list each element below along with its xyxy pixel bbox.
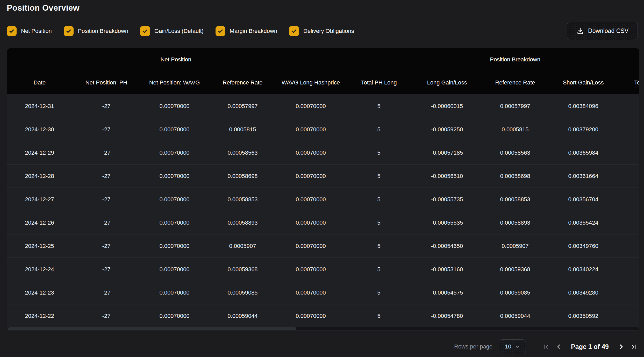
checkbox-margin-breakdown[interactable]: Margin Breakdown (216, 26, 277, 36)
value-cell: 0.00058853 (481, 188, 549, 211)
value-cell: 0.00058698 (481, 164, 549, 188)
check-icon (217, 28, 224, 34)
value-cell: 0.00070000 (140, 188, 209, 211)
value-cell: -27 (72, 118, 140, 141)
value-cell: 0.00070000 (140, 118, 209, 141)
value-cell: 0.00350592 (549, 304, 617, 327)
value-cell: 0.00059044 (209, 304, 277, 327)
value-cell: 0.00058853 (209, 188, 277, 211)
value-cell: 0.00058893 (209, 211, 277, 234)
checkbox-label: Gain/Loss (Default) (154, 28, 204, 34)
first-page-icon (543, 343, 550, 350)
value-cell: 0.00379200 (549, 118, 617, 141)
value-cell: 0.00058563 (481, 141, 549, 164)
date-cell: 2024-12-26 (7, 211, 72, 234)
page-nav-group: Page 1 of 49 (542, 343, 637, 351)
checked-checkbox-icon[interactable] (289, 26, 299, 36)
value-cell: 0.00070000 (140, 304, 209, 327)
value-cell: 0.00070000 (140, 94, 209, 118)
column-header-reference-rate-2: Reference Rate (481, 71, 549, 94)
value-cell: 5 (345, 304, 413, 327)
checkbox-label: Net Position (21, 28, 52, 34)
horizontal-scrollbar-thumb[interactable] (8, 327, 296, 330)
column-header-net-position-ph: Net Position: PH (72, 71, 140, 94)
value-cell: -27 (72, 234, 140, 258)
date-cell: 2024-12-30 (7, 118, 72, 141)
value-cell: 0.00058698 (209, 164, 277, 188)
value-cell: 0.00349760 (549, 234, 617, 258)
column-group-header-row: Net Position Position Breakdown (7, 48, 639, 71)
date-cell: 2024-12-29 (7, 141, 72, 164)
table-row: 2024-12-23-270.000700000.000590850.00070… (7, 281, 639, 304)
checked-checkbox-icon[interactable] (64, 26, 74, 36)
value-cell: -27 (72, 94, 140, 118)
column-header-truncated: To (617, 71, 639, 94)
value-cell: 5 (345, 258, 413, 281)
first-page-button[interactable] (542, 343, 550, 350)
value-cell: -0.00053160 (413, 258, 481, 281)
chevron-down-icon (515, 344, 520, 349)
table-row: 2024-12-22-270.000700000.000590440.00070… (7, 304, 639, 327)
value-cell: 0.00057997 (209, 94, 277, 118)
value-cell (617, 211, 639, 234)
checkbox-position-breakdown[interactable]: Position Breakdown (64, 26, 128, 36)
date-cell: 2024-12-28 (7, 164, 72, 188)
value-cell: 0.0005907 (209, 234, 277, 258)
page-title: Position Overview (7, 3, 80, 13)
table-row: 2024-12-25-270.000700000.00059070.000700… (7, 234, 639, 258)
checked-checkbox-icon[interactable] (216, 26, 225, 36)
value-cell: 5 (345, 281, 413, 304)
table-row: 2024-12-28-270.000700000.000586980.00070… (7, 164, 639, 188)
value-cell: 0.00059085 (209, 281, 277, 304)
column-header-net-position-wavg: Net Position: WAVG (140, 71, 209, 94)
previous-page-button[interactable] (555, 343, 562, 350)
position-table: Net Position Position Breakdown Date Net… (7, 48, 639, 327)
value-cell: 5 (345, 211, 413, 234)
value-cell: 0.00070000 (277, 234, 345, 258)
value-cell: 0.0005815 (481, 118, 549, 141)
value-cell: 0.00070000 (277, 141, 345, 164)
checked-checkbox-icon[interactable] (140, 26, 150, 36)
position-table-card: Net Position Position Breakdown Date Net… (7, 48, 639, 331)
value-cell: 5 (345, 164, 413, 188)
value-cell (617, 118, 639, 141)
value-cell: 0.00070000 (140, 234, 209, 258)
value-cell: 5 (345, 118, 413, 141)
download-csv-label: Download CSV (588, 27, 628, 34)
value-cell: 0.00059368 (209, 258, 277, 281)
horizontal-scrollbar-track[interactable] (8, 327, 639, 330)
value-cell: 0.00070000 (140, 211, 209, 234)
value-cell: 0.00059044 (481, 304, 549, 327)
checkbox-label: Margin Breakdown (230, 28, 277, 34)
value-cell: -27 (72, 258, 140, 281)
value-cell: -0.00059250 (413, 118, 481, 141)
rows-per-page-select[interactable]: 10 (499, 339, 526, 354)
rows-per-page-value: 10 (505, 343, 511, 350)
download-csv-button[interactable]: Download CSV (567, 22, 638, 40)
value-cell: 0.00070000 (140, 164, 209, 188)
column-header-total-ph-long: Total PH Long (345, 71, 413, 94)
check-icon (66, 28, 72, 34)
value-cell: 0.00070000 (140, 141, 209, 164)
value-cell: 0.00070000 (277, 258, 345, 281)
column-header-short-gain-loss: Short Gain/Loss (549, 71, 617, 94)
checked-checkbox-icon[interactable] (7, 26, 17, 36)
table-row: 2024-12-26-270.000700000.000588930.00070… (7, 211, 639, 234)
value-cell: 0.00059368 (481, 258, 549, 281)
value-cell: 0.00070000 (140, 281, 209, 304)
value-cell: 0.00070000 (277, 304, 345, 327)
value-cell: -0.00055735 (413, 188, 481, 211)
checkbox-label: Position Breakdown (78, 28, 128, 34)
last-page-button[interactable] (630, 343, 637, 350)
value-cell (617, 188, 639, 211)
checkbox-net-position[interactable]: Net Position (7, 26, 52, 36)
checkbox-delivery-obligations[interactable]: Delivery Obligations (289, 26, 354, 36)
value-cell: -0.00055535 (413, 211, 481, 234)
value-cell: 5 (345, 141, 413, 164)
checkbox-gain-loss-default[interactable]: Gain/Loss (Default) (140, 26, 204, 36)
next-page-button[interactable] (617, 343, 625, 350)
table-row: 2024-12-30-270.000700000.00058150.000700… (7, 118, 639, 141)
value-cell (617, 94, 639, 118)
value-cell: -27 (72, 281, 140, 304)
check-icon (291, 28, 297, 34)
